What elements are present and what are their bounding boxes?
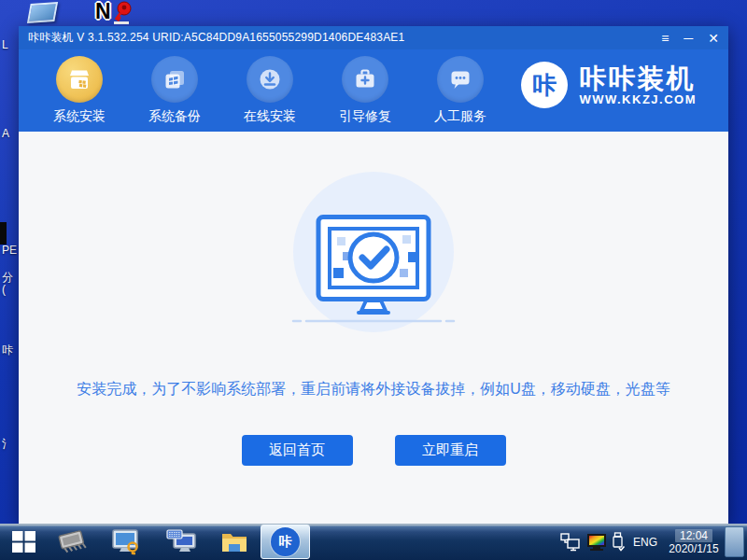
main-content: 安装完成，为了不影响系统部署，重启前请将外接设备拔掉，例如U盘，移动硬盘，光盘等… xyxy=(19,132,728,524)
desktop: { "desktop": { "fragments": [ {"text": "… xyxy=(0,0,747,560)
download-icon xyxy=(247,56,293,103)
tray-network-icon[interactable] xyxy=(558,524,583,560)
keyboard-monitor-icon xyxy=(166,528,198,556)
backup-icon xyxy=(151,56,198,103)
desktop-label-fragment[interactable]: A xyxy=(2,127,9,140)
nav-item-human-service[interactable]: 人工服务 xyxy=(426,49,495,132)
nav-label: 引导修复 xyxy=(339,108,391,125)
desktop-label-fragment[interactable]: PE xyxy=(2,244,17,257)
windows-logo-icon xyxy=(11,529,36,554)
nav-bar: 系统安装 系统备份 在线安装 xyxy=(19,49,728,132)
nav-item-system-backup[interactable]: 系统备份 xyxy=(140,49,209,132)
repair-toolbox-icon xyxy=(342,56,388,103)
brand-logo: 咔 咔咔装机 WWW.KKZJ.COM xyxy=(521,62,697,108)
tray-display-icon[interactable] xyxy=(585,524,609,560)
menu-button[interactable]: ≡ xyxy=(661,32,669,45)
tray-date: 2020/1/15 xyxy=(669,542,718,555)
completion-message: 安装完成，为了不影响系统部署，重启前请将外接设备拔掉，例如U盘，移动硬盘，光盘等 xyxy=(19,380,728,399)
icon-underline xyxy=(114,21,129,24)
minimize-button[interactable]: ─ xyxy=(684,32,693,45)
restart-now-button[interactable]: 立即重启 xyxy=(395,435,506,466)
nav-label: 人工服务 xyxy=(434,108,486,125)
taskbar-app-input-tool[interactable] xyxy=(162,524,202,560)
back-home-button[interactable]: 返回首页 xyxy=(242,435,353,466)
desktop-icon-monitor[interactable] xyxy=(27,2,58,23)
kaka-app-icon: 咔 xyxy=(273,529,298,554)
tray-time: 12:04 xyxy=(675,529,712,542)
tray-language-indicator[interactable]: ENG xyxy=(629,524,661,560)
nav-label: 系统安装 xyxy=(53,108,106,125)
logo-mark-icon: 咔 xyxy=(521,62,568,108)
taskbar-app-chip[interactable] xyxy=(52,524,93,560)
tray-clock[interactable]: 12:04 2020/1/15 xyxy=(663,524,725,560)
memory-chip-icon xyxy=(54,525,92,559)
titlebar[interactable]: 咔咔装机 V 3.1.532.254 URID:A5C84DD9A1655055… xyxy=(19,26,728,49)
taskbar-app-partition-tool[interactable] xyxy=(106,524,146,560)
window-title: 咔咔装机 V 3.1.532.254 URID:A5C84DD9A1655055… xyxy=(28,30,661,46)
kaka-installer-window: 咔咔装机 V 3.1.532.254 URID:A5C84DD9A1655055… xyxy=(19,26,728,524)
desktop-label-fragment[interactable]: 咔 xyxy=(2,343,13,358)
taskbar: 咔 xyxy=(0,524,747,560)
brand-name: 咔咔装机 xyxy=(579,64,697,92)
desktop-icon-n-software[interactable]: N xyxy=(95,1,138,25)
n-letter: N xyxy=(95,0,111,24)
nav-item-system-install[interactable]: 系统安装 xyxy=(45,49,114,132)
start-button[interactable] xyxy=(6,524,41,560)
show-desktop-button[interactable] xyxy=(725,526,744,557)
desktop-label-fragment[interactable]: ( xyxy=(2,283,6,296)
desktop-label-fragment[interactable]: 氵 xyxy=(2,437,13,453)
taskbar-app-explorer[interactable] xyxy=(217,524,252,560)
brand-website: WWW.KKZJ.COM xyxy=(579,92,697,106)
folder-icon xyxy=(220,530,248,554)
monitor-check-icon xyxy=(291,215,456,327)
chat-service-icon xyxy=(437,56,484,103)
desktop-label-fragment[interactable]: L xyxy=(2,38,8,51)
success-illustration xyxy=(293,172,454,332)
install-icon xyxy=(56,56,103,103)
tray-usb-icon[interactable] xyxy=(609,524,627,560)
close-button[interactable]: ✕ xyxy=(708,32,719,45)
nav-label: 在线安装 xyxy=(244,108,296,125)
monitor-key-icon xyxy=(111,528,141,556)
taskbar-app-kaka-active[interactable]: 咔 xyxy=(261,525,310,559)
nav-item-boot-repair[interactable]: 引导修复 xyxy=(331,49,400,132)
nav-item-online-install[interactable]: 在线安装 xyxy=(235,49,304,132)
nav-label: 系统备份 xyxy=(148,108,201,125)
desktop-icon-fragment[interactable] xyxy=(0,222,7,245)
